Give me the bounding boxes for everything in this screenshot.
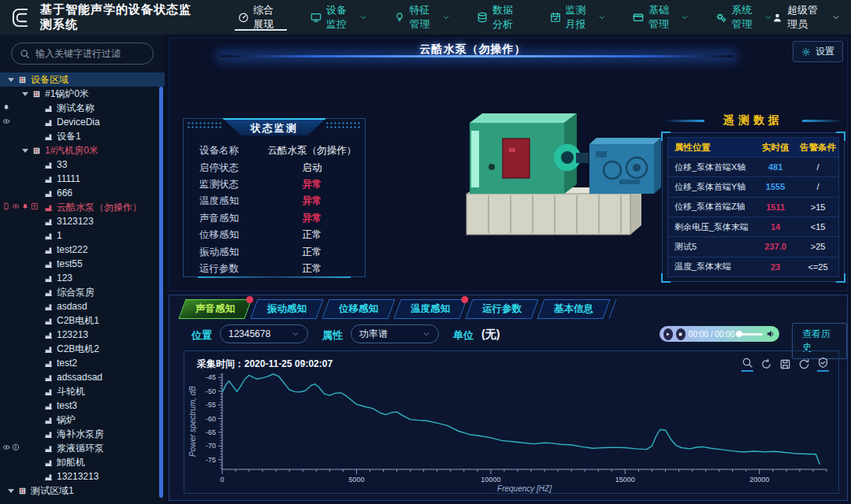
telemetry-row-0: 位移_泵体首端X轴481/ [667,158,839,177]
status-row-4: 声音感知异常 [184,210,365,227]
svg-text:0: 0 [220,476,224,484]
tree-node-5[interactable]: 1#汽机房0米 [0,143,165,158]
tree-node-16[interactable]: asdasd [0,299,165,313]
chevron-down-icon [292,330,299,338]
nav-item-6[interactable]: 系统管理 [715,0,771,35]
status-value: 正常 [259,262,365,276]
factory-icon [44,118,53,127]
tree-node-20[interactable]: test2 [0,356,165,370]
tree-node-24[interactable]: 锅炉 [0,413,165,427]
attribute-select[interactable]: 功率谱 [351,324,439,343]
play-icon [664,331,671,338]
tree-node-3[interactable]: DeviceDia [0,115,165,129]
tree-node-0[interactable]: 设备区域 [0,72,165,87]
telemetry-row-4: 测试5237.0>25 [667,237,839,257]
equipment-3d-model[interactable] [421,101,673,258]
expand-arrow-icon[interactable] [8,78,14,85]
nav-item-2[interactable]: 特征管理 [394,0,450,35]
nav-item-0[interactable]: 综合展现 [238,0,284,35]
decor-dots [325,121,362,128]
spectrum-chart[interactable]: 05000100001500020000-45-50-55-60-65-70-7… [186,353,839,495]
tree-node-18[interactable]: 123213 [0,328,165,342]
tab-0[interactable]: 声音感知 [178,299,251,319]
tab-1[interactable]: 振动感知 [250,299,323,319]
toolbox-shield-icon[interactable] [817,357,829,372]
status-label: 启停状态 [184,161,259,175]
tree-node-11[interactable]: 1 [0,228,165,243]
tree-node-label: 11111 [57,172,80,186]
expand-arrow-icon[interactable] [22,149,28,156]
nav-item-5[interactable]: 基础管理 [633,0,689,35]
tree-node-label: 云酷水泵（勿操作） [57,200,142,214]
toolbox-save-icon[interactable] [779,358,791,370]
factory-icon [44,217,53,226]
nav-item-1[interactable]: 设备监控 [310,0,366,35]
status-label: 温度感知 [184,195,259,208]
tree-node-29[interactable]: 测试区域1 [0,484,165,498]
stop-button[interactable] [676,328,686,340]
volume-icon[interactable] [766,329,775,339]
tree-node-7[interactable]: 11111 [0,172,165,186]
up-icon [31,202,39,210]
status-label: 位移感知 [184,228,259,242]
cogs-icon [715,12,727,23]
factory-icon [44,246,53,254]
tab-5[interactable]: 基本信息 [537,299,610,319]
tree-node-1[interactable]: #1锅炉0米 [0,87,165,101]
user-menu[interactable]: 超级管理员 [772,3,840,32]
tree-node-23[interactable]: test3 [0,398,165,413]
nav-item-label: 设备监控 [326,3,354,32]
position-value: 12345678 [229,328,270,339]
nav-item-3[interactable]: 数据分析 [477,0,522,35]
player-progress-slider[interactable] [738,333,763,335]
tree-node-27[interactable]: 卸船机 [0,455,165,469]
tree-node-2[interactable]: 测试名称 [0,101,165,115]
sidebar-scrollbar[interactable] [159,87,163,498]
tree-node-14[interactable]: 123 [0,271,165,285]
nav-item-label: 监测月报 [566,3,593,32]
tree-node-12[interactable]: test222 [0,243,165,257]
tree-node-6[interactable]: 33 [0,158,165,172]
spectrum-chart-frame: 05000100001500020000-45-50-55-60-65-70-7… [184,350,839,494]
tab-4[interactable]: 运行参数 [465,299,538,319]
tree-search[interactable] [11,43,154,65]
tree-node-13[interactable]: test55 [0,257,165,271]
tree-node-17[interactable]: C2B电机1 [0,313,165,328]
position-select[interactable]: 12345678 [220,324,308,343]
play-button[interactable] [663,328,673,340]
tree-node-10[interactable]: 3123123 [0,214,165,228]
settings-button[interactable]: 设置 [793,41,843,62]
bulb-icon [394,12,405,23]
slider-knob[interactable] [736,331,742,337]
search-input[interactable] [35,48,146,59]
tree-node-26[interactable]: 浆液循环泵 [0,441,165,455]
telemetry-row-2: 位移_泵体首端Z轴1511>15 [667,198,839,217]
telemetry-pos: 温度_泵体末端 [668,261,753,272]
tree-node-label: 浆液循环泵 [57,441,104,455]
tree-node-4[interactable]: 设备1 [0,129,165,143]
expand-arrow-icon[interactable] [22,92,28,99]
tree-node-28[interactable]: 13213213 [0,469,165,484]
expand-arrow-icon[interactable] [8,489,14,496]
tree-node-8[interactable]: 666 [0,186,165,200]
toolbox-refresh-icon[interactable] [798,358,810,370]
tab-2[interactable]: 位移感知 [321,299,395,319]
tree-node-label: DeviceDia [57,115,100,129]
nav-item-4[interactable]: 监测月报 [550,0,606,35]
tree-node-15[interactable]: 综合泵房 [0,285,165,299]
toolbox-restore-icon[interactable] [760,358,772,370]
telemetry-value: 1555 [753,182,797,191]
svg-text:-50: -50 [206,387,216,395]
tree-node-9[interactable]: 云酷水泵（勿操作） [0,200,165,214]
status-label: 运行参数 [184,262,259,276]
tab-3[interactable]: 温度感知 [393,299,466,319]
tree-node-22[interactable]: 斗轮机 [0,384,165,398]
tree-node-25[interactable]: 海补水泵房 [0,427,165,441]
tree-node-21[interactable]: adssadsad [0,370,165,384]
tree-node-19[interactable]: C2B电机2 [0,342,165,356]
status-row-5: 位移感知正常 [184,227,365,243]
tree-node-label: 设备1 [57,129,81,143]
bell-icon [21,202,29,210]
monitor-icon [310,12,321,23]
toolbox-zoom-icon[interactable] [741,357,753,372]
